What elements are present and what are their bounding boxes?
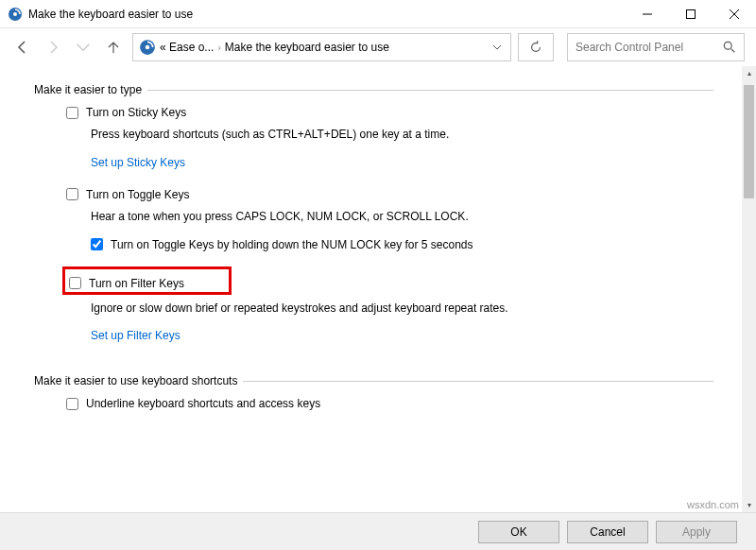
app-icon [8,7,23,22]
breadcrumb-seg-1[interactable]: « Ease o... [160,41,214,54]
button-bar: OK Cancel Apply [0,512,756,550]
sticky-keys-desc: Press keyboard shortcuts (such as CTRL+A… [91,127,713,143]
sticky-keys-checkbox[interactable] [66,107,78,119]
toggle-keys-row: Turn on Toggle Keys [66,188,713,201]
maximize-button[interactable] [669,0,713,27]
sticky-keys-label[interactable]: Turn on Sticky Keys [86,106,186,119]
toggle-keys-subrow: Turn on Toggle Keys by holding down the … [91,238,713,251]
section-make-easier-to-type: Make it easier to type Turn on Sticky Ke… [34,83,713,361]
svg-rect-3 [687,9,696,18]
content-area: Make it easier to type Turn on Sticky Ke… [0,66,742,512]
filter-keys-link[interactable]: Set up Filter Keys [91,329,713,342]
filter-keys-desc: Ignore or slow down brief or repeated ke… [91,301,713,317]
refresh-button[interactable] [518,33,554,61]
svg-point-7 [146,45,150,50]
navbar: « Ease o... › Make the keyboard easier t… [0,28,756,66]
breadcrumb-seg-2[interactable]: Make the keyboard easier to use [225,41,389,54]
watermark: wsxdn.com [687,499,739,510]
svg-line-9 [731,49,735,53]
window-title: Make the keyboard easier to use [28,8,626,21]
underline-shortcuts-checkbox[interactable] [66,398,78,410]
filter-keys-highlight: Turn on Filter Keys [62,266,232,295]
section-legend: Make it easier to type [34,83,147,96]
cancel-button[interactable]: Cancel [567,521,648,543]
toggle-keys-desc: Hear a tone when you press CAPS LOCK, NU… [91,209,713,225]
sticky-keys-row: Turn on Sticky Keys [66,106,713,119]
toggle-keys-label[interactable]: Turn on Toggle Keys [86,188,189,201]
chevron-right-icon[interactable]: › [217,43,220,53]
apply-button[interactable]: Apply [656,521,737,543]
section-keyboard-shortcuts: Make it easier to use keyboard shortcuts… [34,374,713,418]
location-icon [139,39,156,56]
sticky-keys-link[interactable]: Set up Sticky Keys [91,156,713,169]
underline-shortcuts-row: Underline keyboard shortcuts and access … [66,397,713,410]
address-dropdown-icon[interactable] [490,43,505,52]
filter-keys-row: Turn on Filter Keys [69,277,225,290]
vertical-scrollbar[interactable]: ▴ ▾ [742,66,756,512]
back-button[interactable] [11,36,34,59]
section-legend-2: Make it easier to use keyboard shortcuts [34,374,243,387]
ok-button[interactable]: OK [478,521,559,543]
forward-button[interactable] [42,36,64,59]
scroll-up-icon[interactable]: ▴ [742,66,756,80]
up-button[interactable] [102,36,125,59]
close-button[interactable] [713,0,756,27]
toggle-keys-numlock-label[interactable]: Turn on Toggle Keys by holding down the … [111,238,473,251]
search-box[interactable] [567,33,745,61]
search-input[interactable] [576,41,723,54]
search-icon[interactable] [723,41,736,54]
filter-keys-checkbox[interactable] [69,277,81,289]
underline-shortcuts-label[interactable]: Underline keyboard shortcuts and access … [86,397,320,410]
filter-keys-label[interactable]: Turn on Filter Keys [89,277,184,290]
minimize-button[interactable] [626,0,669,27]
address-bar[interactable]: « Ease o... › Make the keyboard easier t… [132,33,511,61]
toggle-keys-checkbox[interactable] [66,188,78,200]
toggle-keys-numlock-checkbox[interactable] [91,238,103,250]
scroll-down-icon[interactable]: ▾ [742,498,756,512]
scroll-thumb[interactable] [744,85,754,198]
titlebar: Make the keyboard easier to use [0,0,756,28]
svg-point-1 [13,12,17,16]
recent-dropdown-icon[interactable] [72,36,94,59]
window-controls [626,0,756,27]
svg-point-8 [724,42,731,49]
